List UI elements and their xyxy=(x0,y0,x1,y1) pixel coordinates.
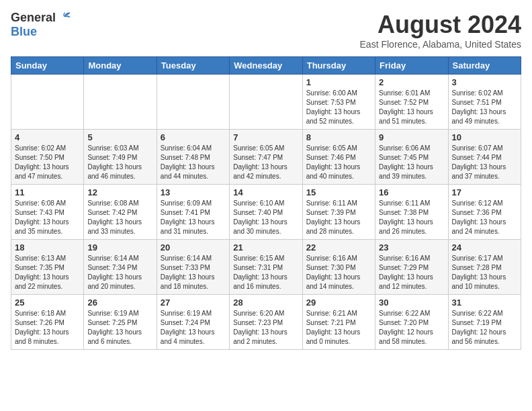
calendar-cell: 4Sunrise: 6:02 AM Sunset: 7:50 PM Daylig… xyxy=(11,130,84,185)
day-detail: Sunrise: 6:22 AM Sunset: 7:19 PM Dayligh… xyxy=(452,309,517,347)
col-header-wednesday: Wednesday xyxy=(230,57,302,75)
day-detail: Sunrise: 6:12 AM Sunset: 7:36 PM Dayligh… xyxy=(452,199,517,236)
day-detail: Sunrise: 6:13 AM Sunset: 7:35 PM Dayligh… xyxy=(15,254,80,291)
calendar-cell: 27Sunrise: 6:19 AM Sunset: 7:24 PM Dayli… xyxy=(157,295,229,350)
day-detail: Sunrise: 6:15 AM Sunset: 7:31 PM Dayligh… xyxy=(233,254,298,291)
calendar-cell: 13Sunrise: 6:09 AM Sunset: 7:41 PM Dayli… xyxy=(157,185,229,240)
calendar-cell: 31Sunrise: 6:22 AM Sunset: 7:19 PM Dayli… xyxy=(448,295,521,350)
title-area: August 2024 East Florence, Alabama, Unit… xyxy=(360,11,521,50)
day-number: 31 xyxy=(452,298,517,308)
calendar-cell: 16Sunrise: 6:11 AM Sunset: 7:38 PM Dayli… xyxy=(375,185,448,240)
calendar-cell xyxy=(157,75,229,130)
calendar-cell xyxy=(230,75,302,130)
day-detail: Sunrise: 6:00 AM Sunset: 7:53 PM Dayligh… xyxy=(306,89,371,126)
day-detail: Sunrise: 6:01 AM Sunset: 7:52 PM Dayligh… xyxy=(379,89,444,126)
month-year-title: August 2024 xyxy=(360,11,521,39)
calendar-cell: 22Sunrise: 6:16 AM Sunset: 7:30 PM Dayli… xyxy=(302,240,375,295)
day-number: 17 xyxy=(452,187,517,197)
col-header-monday: Monday xyxy=(84,57,157,75)
logo-bird-icon xyxy=(57,10,72,24)
day-detail: Sunrise: 6:18 AM Sunset: 7:26 PM Dayligh… xyxy=(15,309,80,347)
day-detail: Sunrise: 6:05 AM Sunset: 7:46 PM Dayligh… xyxy=(306,144,371,181)
col-header-thursday: Thursday xyxy=(302,57,375,75)
day-number: 5 xyxy=(87,132,152,142)
day-number: 21 xyxy=(233,242,298,253)
calendar-cell: 19Sunrise: 6:14 AM Sunset: 7:34 PM Dayli… xyxy=(84,240,157,295)
day-detail: Sunrise: 6:22 AM Sunset: 7:20 PM Dayligh… xyxy=(379,309,444,347)
col-header-tuesday: Tuesday xyxy=(157,57,229,75)
day-number: 15 xyxy=(306,187,371,197)
day-number: 8 xyxy=(306,132,371,142)
calendar-cell: 29Sunrise: 6:21 AM Sunset: 7:21 PM Dayli… xyxy=(302,295,375,350)
day-number: 29 xyxy=(306,298,371,308)
day-number: 12 xyxy=(87,187,152,197)
day-number: 22 xyxy=(306,242,371,253)
day-detail: Sunrise: 6:02 AM Sunset: 7:50 PM Dayligh… xyxy=(15,144,80,181)
calendar-cell: 17Sunrise: 6:12 AM Sunset: 7:36 PM Dayli… xyxy=(448,185,521,240)
calendar-cell: 30Sunrise: 6:22 AM Sunset: 7:20 PM Dayli… xyxy=(375,295,448,350)
calendar-table: SundayMondayTuesdayWednesdayThursdayFrid… xyxy=(11,56,521,350)
calendar-cell: 28Sunrise: 6:20 AM Sunset: 7:23 PM Dayli… xyxy=(230,295,302,350)
day-detail: Sunrise: 6:21 AM Sunset: 7:21 PM Dayligh… xyxy=(306,309,371,347)
calendar-cell: 7Sunrise: 6:05 AM Sunset: 7:47 PM Daylig… xyxy=(230,130,302,185)
col-header-saturday: Saturday xyxy=(448,57,521,75)
logo: General Blue xyxy=(11,11,72,39)
col-header-sunday: Sunday xyxy=(11,57,84,75)
day-detail: Sunrise: 6:06 AM Sunset: 7:45 PM Dayligh… xyxy=(379,144,444,181)
day-detail: Sunrise: 6:17 AM Sunset: 7:28 PM Dayligh… xyxy=(452,254,517,291)
day-detail: Sunrise: 6:14 AM Sunset: 7:33 PM Dayligh… xyxy=(161,254,226,291)
logo-blue-text: Blue xyxy=(11,25,37,38)
day-detail: Sunrise: 6:14 AM Sunset: 7:34 PM Dayligh… xyxy=(87,254,152,291)
day-number: 19 xyxy=(87,242,152,253)
calendar-cell: 5Sunrise: 6:03 AM Sunset: 7:49 PM Daylig… xyxy=(84,130,157,185)
logo-general-text: General xyxy=(11,11,56,25)
day-detail: Sunrise: 6:11 AM Sunset: 7:38 PM Dayligh… xyxy=(379,199,444,236)
day-number: 9 xyxy=(379,132,444,142)
day-number: 3 xyxy=(452,77,517,87)
calendar-cell: 9Sunrise: 6:06 AM Sunset: 7:45 PM Daylig… xyxy=(375,130,448,185)
calendar-week-3: 11Sunrise: 6:08 AM Sunset: 7:43 PM Dayli… xyxy=(11,185,521,240)
calendar-cell: 18Sunrise: 6:13 AM Sunset: 7:35 PM Dayli… xyxy=(11,240,84,295)
day-number: 16 xyxy=(379,187,444,197)
day-number: 1 xyxy=(306,77,371,87)
calendar-cell xyxy=(11,75,84,130)
calendar-cell: 24Sunrise: 6:17 AM Sunset: 7:28 PM Dayli… xyxy=(448,240,521,295)
day-detail: Sunrise: 6:11 AM Sunset: 7:39 PM Dayligh… xyxy=(306,199,371,236)
day-number: 11 xyxy=(15,187,80,197)
day-number: 27 xyxy=(161,298,226,308)
day-detail: Sunrise: 6:05 AM Sunset: 7:47 PM Dayligh… xyxy=(233,144,298,181)
calendar-week-4: 18Sunrise: 6:13 AM Sunset: 7:35 PM Dayli… xyxy=(11,240,521,295)
day-detail: Sunrise: 6:04 AM Sunset: 7:48 PM Dayligh… xyxy=(161,144,226,181)
day-number: 18 xyxy=(15,242,80,253)
day-detail: Sunrise: 6:16 AM Sunset: 7:30 PM Dayligh… xyxy=(306,254,371,291)
day-detail: Sunrise: 6:19 AM Sunset: 7:24 PM Dayligh… xyxy=(161,309,226,347)
day-number: 6 xyxy=(161,132,226,142)
day-number: 30 xyxy=(379,298,444,308)
calendar-cell: 15Sunrise: 6:11 AM Sunset: 7:39 PM Dayli… xyxy=(302,185,375,240)
day-detail: Sunrise: 6:08 AM Sunset: 7:42 PM Dayligh… xyxy=(87,199,152,236)
calendar-week-2: 4Sunrise: 6:02 AM Sunset: 7:50 PM Daylig… xyxy=(11,130,521,185)
calendar-cell: 23Sunrise: 6:16 AM Sunset: 7:29 PM Dayli… xyxy=(375,240,448,295)
day-number: 4 xyxy=(15,132,80,142)
calendar-cell: 10Sunrise: 6:07 AM Sunset: 7:44 PM Dayli… xyxy=(448,130,521,185)
calendar-header: SundayMondayTuesdayWednesdayThursdayFrid… xyxy=(11,57,521,75)
calendar-cell: 25Sunrise: 6:18 AM Sunset: 7:26 PM Dayli… xyxy=(11,295,84,350)
calendar-cell: 3Sunrise: 6:02 AM Sunset: 7:51 PM Daylig… xyxy=(448,75,521,130)
day-number: 14 xyxy=(233,187,298,197)
day-number: 2 xyxy=(379,77,444,87)
day-number: 25 xyxy=(15,298,80,308)
day-number: 24 xyxy=(452,242,517,253)
calendar-week-5: 25Sunrise: 6:18 AM Sunset: 7:26 PM Dayli… xyxy=(11,295,521,350)
calendar-week-1: 1Sunrise: 6:00 AM Sunset: 7:53 PM Daylig… xyxy=(11,75,521,130)
page-header: General Blue August 2024 East Florence, … xyxy=(11,11,521,50)
day-detail: Sunrise: 6:09 AM Sunset: 7:41 PM Dayligh… xyxy=(161,199,226,236)
calendar-cell: 14Sunrise: 6:10 AM Sunset: 7:40 PM Dayli… xyxy=(230,185,302,240)
location-subtitle: East Florence, Alabama, United States xyxy=(360,39,521,50)
day-number: 28 xyxy=(233,298,298,308)
calendar-cell: 8Sunrise: 6:05 AM Sunset: 7:46 PM Daylig… xyxy=(302,130,375,185)
day-number: 20 xyxy=(161,242,226,253)
calendar-cell: 11Sunrise: 6:08 AM Sunset: 7:43 PM Dayli… xyxy=(11,185,84,240)
calendar-cell: 21Sunrise: 6:15 AM Sunset: 7:31 PM Dayli… xyxy=(230,240,302,295)
day-number: 23 xyxy=(379,242,444,253)
calendar-cell xyxy=(84,75,157,130)
